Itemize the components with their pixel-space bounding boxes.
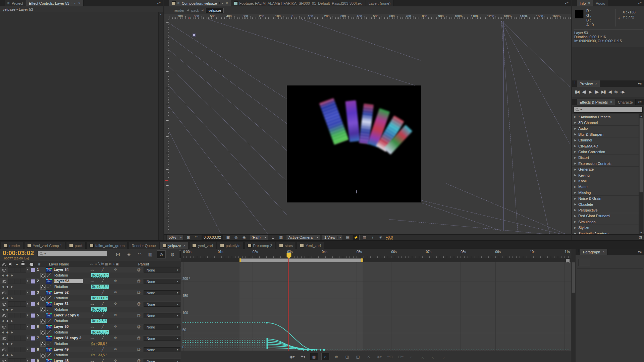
effects-category-row[interactable]: ▶Channel: [572, 137, 639, 143]
close-icon[interactable]: ×: [595, 82, 597, 85]
scrollbar-thumb[interactable]: [639, 118, 643, 192]
layer-row-5[interactable]: ▼5PsLayer 9 copy 8-◦-╱⊚@None▼: [0, 312, 181, 318]
stopwatch-icon[interactable]: [40, 296, 46, 301]
fast-previews-icon[interactable]: ⚡: [353, 235, 360, 240]
pixel-aspect-icon[interactable]: ▤: [345, 235, 351, 240]
solo-cell[interactable]: [14, 267, 20, 273]
effects-search-box[interactable]: ▼: [574, 107, 643, 113]
previous-frame-button[interactable]: ◀▮: [582, 89, 586, 94]
solo-cell[interactable]: [14, 313, 20, 318]
expand-triangle-icon[interactable]: ▶: [574, 215, 576, 218]
effects-category-row[interactable]: ▶Generate: [572, 167, 639, 173]
show-snapshot-icon[interactable]: ◍: [233, 235, 239, 240]
rotation-value[interactable]: 0x +8,5 °: [91, 307, 107, 312]
horizontal-ruler[interactable]: 7006005004003002001000100200300400500600…: [169, 14, 571, 19]
composition-frame[interactable]: [287, 85, 421, 202]
next-frame-button[interactable]: ▮▶: [594, 89, 598, 94]
fit-selection-icon[interactable]: ◫: [343, 353, 351, 360]
next-keyframe-icon[interactable]: ▶: [11, 308, 13, 311]
property-name[interactable]: Rotation: [54, 330, 68, 334]
keyframe-box-icon[interactable]: ╍◻: [386, 353, 394, 360]
layer-label-chip[interactable]: [31, 336, 35, 341]
expand-triangle-icon[interactable]: ▶: [574, 208, 576, 212]
audio-column-icon[interactable]: [9, 262, 12, 266]
effect-controls-tab-1[interactable]: Effect Controls: Layer 53▼×: [26, 0, 84, 6]
layer-name[interactable]: Layer 48: [54, 359, 69, 362]
comp-tab-yeni_zarf[interactable]: yeni_zarf: [189, 242, 216, 249]
effects-category-row[interactable]: ▶Missing: [572, 190, 639, 196]
rotation-row-4[interactable]: ◀◆▶Rotation0x +8,5 °: [0, 307, 181, 313]
layer-label-chip[interactable]: [31, 268, 35, 272]
parent-dropdown[interactable]: None▼: [144, 267, 180, 273]
parent-dropdown[interactable]: None▼: [144, 347, 180, 352]
layer-visibility-icon[interactable]: [2, 291, 6, 295]
breadcrumb-yelpaze[interactable]: yelpaze: [206, 8, 224, 13]
expand-triangle-icon[interactable]: ▶: [574, 139, 576, 142]
layer-row-6[interactable]: ▼6PsLayer 50-◦-╱⊚@None▼: [0, 324, 181, 330]
next-keyframe-icon[interactable]: ▶: [11, 285, 13, 288]
expand-triangle-icon[interactable]: ▶: [574, 220, 576, 223]
layer-name[interactable]: Layer 52: [54, 290, 69, 294]
layer-label-chip[interactable]: [31, 279, 35, 284]
parent-dropdown[interactable]: None▼: [144, 290, 180, 295]
ease-out-icon[interactable]: ◞: [440, 353, 447, 360]
layer-row-9[interactable]: ▼9PsLayer 48-◦-╱⊚@None▼: [0, 358, 181, 362]
parent-dropdown[interactable]: None▼: [144, 313, 180, 318]
info-tab-1[interactable]: Audio: [593, 0, 608, 6]
parent-column-label[interactable]: Parent: [138, 262, 149, 266]
effects-category-row[interactable]: ▶Simulation: [572, 219, 639, 225]
view-camera-dropdown[interactable]: Active Camera▼: [286, 235, 320, 240]
easy-ease-icon[interactable]: ◞◟: [419, 353, 426, 360]
expand-triangle-icon[interactable]: ▼: [26, 360, 29, 362]
effects-category-row[interactable]: ▶CINEMA 4D: [572, 143, 639, 149]
rotation-row-3[interactable]: ◀◆▶Rotation0x +11,0 °: [0, 295, 181, 301]
rotation-row-6[interactable]: ◀◆▶Rotation0x +43,6 °: [0, 329, 181, 336]
effects-category-row[interactable]: ▶Noise & Grain: [572, 196, 639, 202]
audio-cell[interactable]: [8, 336, 14, 341]
time-ruler[interactable]: 0:00s01s02s03s04s05s06s07s08s09s10s11s: [181, 249, 571, 258]
layer-row-2[interactable]: ▼2PsLayer 53-◦-╱⊚@None▼: [0, 278, 181, 284]
close-icon[interactable]: ×: [226, 1, 228, 5]
new-animation-preset-icon[interactable]: ⬔: [639, 236, 642, 239]
effects-category-row[interactable]: ▶Stylize: [572, 225, 639, 231]
magnification-dropdown[interactable]: 50%▼: [166, 235, 183, 240]
previous-keyframe-icon[interactable]: ◀: [2, 285, 4, 288]
comp-tab-Render Queue[interactable]: Render Queue: [129, 242, 159, 249]
lock-cell[interactable]: [20, 347, 26, 352]
expand-triangle-icon[interactable]: ▶: [574, 185, 576, 188]
audio-cell[interactable]: [8, 267, 14, 273]
layer-name[interactable]: Layer 49: [54, 347, 69, 351]
lock-cell[interactable]: [20, 324, 26, 329]
comp-tab-pack[interactable]: pack: [66, 242, 86, 249]
parent-dropdown[interactable]: None▼: [144, 359, 180, 362]
effects-category-row[interactable]: ▶Distort: [572, 155, 639, 161]
panel-menu-icon[interactable]: ▾≡: [636, 80, 644, 87]
parent-dropdown[interactable]: None▼: [144, 302, 180, 307]
expand-triangle-icon[interactable]: ▶: [574, 162, 576, 165]
stopwatch-icon[interactable]: [40, 342, 46, 347]
panel-menu-icon[interactable]: ▾≡: [562, 0, 571, 6]
rotation-row-1[interactable]: ◀◆▶Rotation0x +17,4 °: [0, 273, 181, 279]
stopwatch-icon[interactable]: [40, 307, 46, 312]
effect-controls-tab-0[interactable]: ⚿Project: [5, 0, 26, 6]
motion-blur-icon[interactable]: ⊚: [157, 250, 166, 258]
expand-triangle-icon[interactable]: ▼: [26, 291, 29, 294]
solo-cell[interactable]: [14, 347, 20, 352]
keyframe-toggle-icon[interactable]: ◆: [6, 274, 8, 277]
graph-visibility-icon[interactable]: ◉▾: [288, 353, 296, 360]
keyframe-menu-icon[interactable]: ◆▾: [376, 353, 383, 360]
expand-triangle-icon[interactable]: ▶: [574, 203, 576, 206]
panel-menu-icon[interactable]: ▾≡: [636, 249, 644, 255]
audio-cell[interactable]: [8, 279, 14, 284]
layer-visibility-icon[interactable]: [2, 325, 6, 329]
keyframe-corner-icon[interactable]: ⌐: [408, 353, 415, 360]
parent-pickwhip-icon[interactable]: @: [137, 325, 141, 328]
previous-keyframe-icon[interactable]: ◀: [2, 342, 4, 345]
audio-cell[interactable]: [8, 358, 14, 362]
solo-cell[interactable]: [14, 279, 20, 284]
previous-keyframe-icon[interactable]: ◀: [2, 354, 4, 357]
separate-dimensions-icon[interactable]: ✕: [365, 353, 372, 360]
property-name[interactable]: Rotation: [54, 285, 68, 289]
solo-cell[interactable]: [14, 290, 20, 295]
effects-presets-tab-partial[interactable]: Characte: [615, 99, 636, 105]
